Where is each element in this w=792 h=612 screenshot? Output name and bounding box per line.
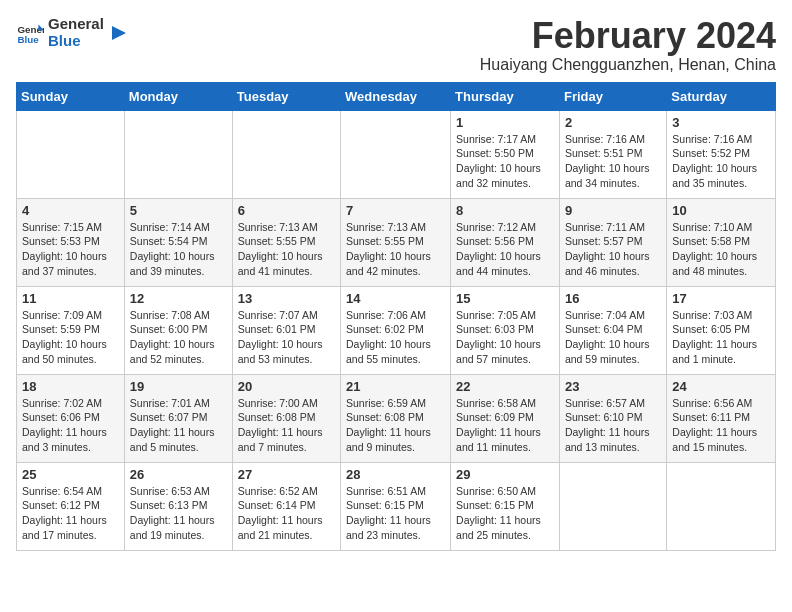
- day-info: Sunrise: 7:03 AM Sunset: 6:05 PM Dayligh…: [672, 308, 770, 367]
- day-info: Sunrise: 7:06 AM Sunset: 6:02 PM Dayligh…: [346, 308, 445, 367]
- title-block: February 2024 Huaiyang Chengguanzhen, He…: [480, 16, 776, 74]
- week-row-4: 18Sunrise: 7:02 AM Sunset: 6:06 PM Dayli…: [17, 374, 776, 462]
- day-number: 17: [672, 291, 770, 306]
- day-info: Sunrise: 7:15 AM Sunset: 5:53 PM Dayligh…: [22, 220, 119, 279]
- day-info: Sunrise: 7:13 AM Sunset: 5:55 PM Dayligh…: [346, 220, 445, 279]
- header-friday: Friday: [559, 82, 666, 110]
- header-sunday: Sunday: [17, 82, 125, 110]
- day-cell: 21Sunrise: 6:59 AM Sunset: 6:08 PM Dayli…: [341, 374, 451, 462]
- day-info: Sunrise: 7:13 AM Sunset: 5:55 PM Dayligh…: [238, 220, 335, 279]
- day-info: Sunrise: 7:01 AM Sunset: 6:07 PM Dayligh…: [130, 396, 227, 455]
- day-info: Sunrise: 7:07 AM Sunset: 6:01 PM Dayligh…: [238, 308, 335, 367]
- day-cell: 2Sunrise: 7:16 AM Sunset: 5:51 PM Daylig…: [559, 110, 666, 198]
- day-number: 3: [672, 115, 770, 130]
- logo-general: General: [48, 16, 104, 33]
- day-number: 28: [346, 467, 445, 482]
- day-number: 2: [565, 115, 661, 130]
- day-info: Sunrise: 6:59 AM Sunset: 6:08 PM Dayligh…: [346, 396, 445, 455]
- day-info: Sunrise: 7:16 AM Sunset: 5:51 PM Dayligh…: [565, 132, 661, 191]
- calendar-subtitle: Huaiyang Chengguanzhen, Henan, China: [480, 56, 776, 74]
- day-number: 25: [22, 467, 119, 482]
- day-cell: 25Sunrise: 6:54 AM Sunset: 6:12 PM Dayli…: [17, 462, 125, 550]
- day-number: 20: [238, 379, 335, 394]
- day-number: 14: [346, 291, 445, 306]
- day-info: Sunrise: 7:10 AM Sunset: 5:58 PM Dayligh…: [672, 220, 770, 279]
- day-cell: 6Sunrise: 7:13 AM Sunset: 5:55 PM Daylig…: [232, 198, 340, 286]
- day-info: Sunrise: 7:09 AM Sunset: 5:59 PM Dayligh…: [22, 308, 119, 367]
- page-header: General Blue General Blue February 2024 …: [16, 16, 776, 74]
- logo-blue: Blue: [48, 33, 104, 50]
- day-cell: 3Sunrise: 7:16 AM Sunset: 5:52 PM Daylig…: [667, 110, 776, 198]
- week-row-1: 1Sunrise: 7:17 AM Sunset: 5:50 PM Daylig…: [17, 110, 776, 198]
- day-cell: 17Sunrise: 7:03 AM Sunset: 6:05 PM Dayli…: [667, 286, 776, 374]
- day-number: 27: [238, 467, 335, 482]
- day-cell: 18Sunrise: 7:02 AM Sunset: 6:06 PM Dayli…: [17, 374, 125, 462]
- day-cell: 27Sunrise: 6:52 AM Sunset: 6:14 PM Dayli…: [232, 462, 340, 550]
- day-number: 10: [672, 203, 770, 218]
- day-cell: 20Sunrise: 7:00 AM Sunset: 6:08 PM Dayli…: [232, 374, 340, 462]
- day-cell: 12Sunrise: 7:08 AM Sunset: 6:00 PM Dayli…: [124, 286, 232, 374]
- logo-arrow-icon: [108, 22, 130, 44]
- logo: General Blue General Blue: [16, 16, 130, 49]
- day-number: 13: [238, 291, 335, 306]
- day-cell: 24Sunrise: 6:56 AM Sunset: 6:11 PM Dayli…: [667, 374, 776, 462]
- day-info: Sunrise: 6:53 AM Sunset: 6:13 PM Dayligh…: [130, 484, 227, 543]
- day-info: Sunrise: 7:05 AM Sunset: 6:03 PM Dayligh…: [456, 308, 554, 367]
- day-number: 21: [346, 379, 445, 394]
- day-cell: 7Sunrise: 7:13 AM Sunset: 5:55 PM Daylig…: [341, 198, 451, 286]
- calendar-header-row: SundayMondayTuesdayWednesdayThursdayFrid…: [17, 82, 776, 110]
- day-number: 26: [130, 467, 227, 482]
- day-number: 23: [565, 379, 661, 394]
- week-row-3: 11Sunrise: 7:09 AM Sunset: 5:59 PM Dayli…: [17, 286, 776, 374]
- day-number: 15: [456, 291, 554, 306]
- day-info: Sunrise: 6:54 AM Sunset: 6:12 PM Dayligh…: [22, 484, 119, 543]
- day-number: 7: [346, 203, 445, 218]
- day-info: Sunrise: 7:08 AM Sunset: 6:00 PM Dayligh…: [130, 308, 227, 367]
- day-number: 8: [456, 203, 554, 218]
- header-wednesday: Wednesday: [341, 82, 451, 110]
- day-cell: 10Sunrise: 7:10 AM Sunset: 5:58 PM Dayli…: [667, 198, 776, 286]
- day-number: 12: [130, 291, 227, 306]
- header-monday: Monday: [124, 82, 232, 110]
- day-cell: 19Sunrise: 7:01 AM Sunset: 6:07 PM Dayli…: [124, 374, 232, 462]
- day-cell: 1Sunrise: 7:17 AM Sunset: 5:50 PM Daylig…: [451, 110, 560, 198]
- day-cell: 5Sunrise: 7:14 AM Sunset: 5:54 PM Daylig…: [124, 198, 232, 286]
- day-cell: [667, 462, 776, 550]
- day-cell: 14Sunrise: 7:06 AM Sunset: 6:02 PM Dayli…: [341, 286, 451, 374]
- day-cell: [341, 110, 451, 198]
- day-info: Sunrise: 6:50 AM Sunset: 6:15 PM Dayligh…: [456, 484, 554, 543]
- day-cell: [232, 110, 340, 198]
- day-info: Sunrise: 6:57 AM Sunset: 6:10 PM Dayligh…: [565, 396, 661, 455]
- day-cell: 8Sunrise: 7:12 AM Sunset: 5:56 PM Daylig…: [451, 198, 560, 286]
- day-info: Sunrise: 6:56 AM Sunset: 6:11 PM Dayligh…: [672, 396, 770, 455]
- day-number: 19: [130, 379, 227, 394]
- day-cell: 23Sunrise: 6:57 AM Sunset: 6:10 PM Dayli…: [559, 374, 666, 462]
- svg-marker-3: [112, 26, 126, 40]
- day-number: 24: [672, 379, 770, 394]
- day-info: Sunrise: 6:51 AM Sunset: 6:15 PM Dayligh…: [346, 484, 445, 543]
- day-cell: 15Sunrise: 7:05 AM Sunset: 6:03 PM Dayli…: [451, 286, 560, 374]
- logo-icon: General Blue: [16, 19, 44, 47]
- day-number: 16: [565, 291, 661, 306]
- day-number: 18: [22, 379, 119, 394]
- day-info: Sunrise: 7:16 AM Sunset: 5:52 PM Dayligh…: [672, 132, 770, 191]
- day-number: 11: [22, 291, 119, 306]
- week-row-2: 4Sunrise: 7:15 AM Sunset: 5:53 PM Daylig…: [17, 198, 776, 286]
- header-tuesday: Tuesday: [232, 82, 340, 110]
- day-info: Sunrise: 7:00 AM Sunset: 6:08 PM Dayligh…: [238, 396, 335, 455]
- week-row-5: 25Sunrise: 6:54 AM Sunset: 6:12 PM Dayli…: [17, 462, 776, 550]
- day-info: Sunrise: 7:04 AM Sunset: 6:04 PM Dayligh…: [565, 308, 661, 367]
- day-cell: 22Sunrise: 6:58 AM Sunset: 6:09 PM Dayli…: [451, 374, 560, 462]
- day-cell: 9Sunrise: 7:11 AM Sunset: 5:57 PM Daylig…: [559, 198, 666, 286]
- day-cell: 4Sunrise: 7:15 AM Sunset: 5:53 PM Daylig…: [17, 198, 125, 286]
- day-cell: [559, 462, 666, 550]
- day-cell: 28Sunrise: 6:51 AM Sunset: 6:15 PM Dayli…: [341, 462, 451, 550]
- calendar-title: February 2024: [480, 16, 776, 56]
- header-saturday: Saturday: [667, 82, 776, 110]
- day-number: 9: [565, 203, 661, 218]
- day-cell: [17, 110, 125, 198]
- day-cell: 16Sunrise: 7:04 AM Sunset: 6:04 PM Dayli…: [559, 286, 666, 374]
- day-number: 29: [456, 467, 554, 482]
- day-number: 4: [22, 203, 119, 218]
- day-info: Sunrise: 7:14 AM Sunset: 5:54 PM Dayligh…: [130, 220, 227, 279]
